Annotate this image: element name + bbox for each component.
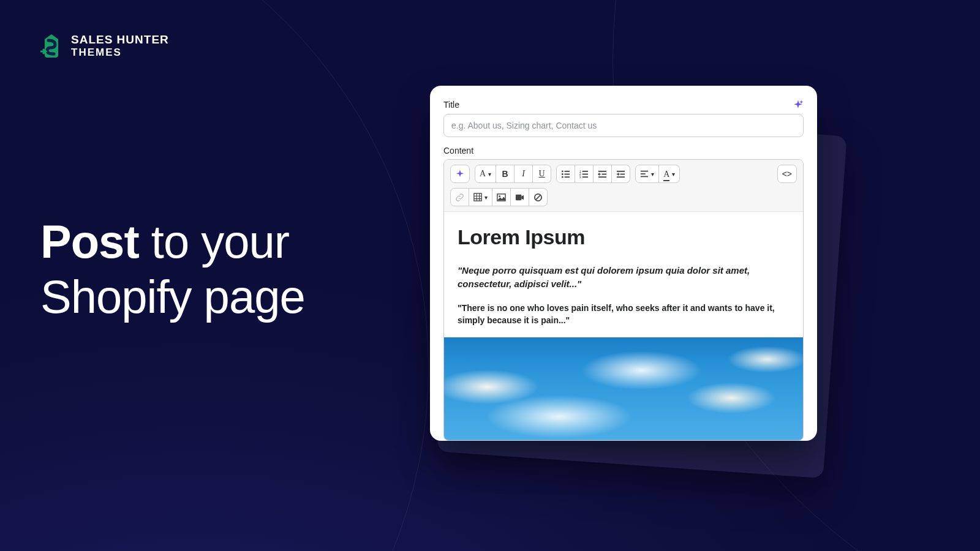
- svg-rect-20: [641, 176, 648, 178]
- svg-rect-5: [565, 176, 570, 178]
- svg-rect-11: [582, 176, 588, 178]
- svg-rect-13: [602, 173, 607, 174]
- svg-point-4: [562, 176, 564, 178]
- svg-rect-3: [565, 173, 570, 174]
- brand-name-line2: THEMES: [71, 47, 169, 59]
- text-align-dropdown[interactable]: ▾: [635, 165, 659, 183]
- svg-point-2: [562, 173, 564, 175]
- svg-point-0: [562, 170, 564, 172]
- font-style-group: A▾ B I U: [475, 165, 551, 183]
- rich-text-editor: A▾ B I U 123: [443, 159, 804, 441]
- ai-sparkle-icon[interactable]: [793, 99, 804, 110]
- marketing-headline: Post to your Shopify page: [40, 214, 305, 324]
- svg-rect-19: [641, 173, 646, 174]
- brand-logo: SALES HUNTER THEMES: [40, 33, 169, 59]
- title-label: Title: [443, 100, 459, 110]
- ai-assist-button[interactable]: [450, 165, 470, 183]
- bullet-list-button[interactable]: [556, 165, 575, 183]
- italic-button[interactable]: I: [514, 165, 533, 183]
- svg-text:3: 3: [579, 176, 581, 179]
- brand-logo-icon: [40, 33, 62, 59]
- document-quote-italic: "Neque porro quisquam est qui dolorem ip…: [458, 264, 790, 291]
- headline-part1: to your: [139, 216, 289, 268]
- svg-rect-15: [617, 170, 625, 171]
- text-color-dropdown[interactable]: A ▾: [659, 165, 680, 183]
- svg-rect-14: [598, 176, 606, 178]
- svg-rect-17: [617, 176, 625, 178]
- editor-card-stack: Title Content A▾ B I U: [430, 86, 821, 441]
- insert-video-button[interactable]: [511, 188, 529, 206]
- indent-button[interactable]: [612, 165, 630, 183]
- svg-line-30: [536, 195, 541, 200]
- outdent-button[interactable]: [594, 165, 612, 183]
- numbered-list-button[interactable]: 123: [575, 165, 594, 183]
- document-quote: "There is no one who loves pain itself, …: [458, 302, 790, 327]
- svg-rect-28: [516, 194, 521, 200]
- brand-name-line1: SALES HUNTER: [71, 33, 169, 47]
- svg-point-27: [499, 195, 500, 197]
- svg-rect-12: [598, 170, 606, 171]
- content-label: Content: [443, 146, 804, 156]
- svg-rect-18: [641, 171, 648, 172]
- insert-image-button[interactable]: [492, 188, 511, 206]
- svg-rect-7: [582, 170, 588, 171]
- document-heading: Lorem Ipsum: [458, 225, 790, 249]
- title-input[interactable]: [443, 114, 804, 137]
- page-editor-card: Title Content A▾ B I U: [430, 86, 817, 441]
- svg-rect-21: [474, 193, 481, 201]
- align-color-group: ▾ A ▾: [635, 165, 680, 183]
- editor-content-area[interactable]: Lorem Ipsum "Neque porro quisquam est qu…: [444, 212, 803, 440]
- svg-rect-1: [565, 170, 570, 171]
- svg-rect-9: [582, 173, 588, 174]
- headline-bold: Post: [40, 216, 139, 268]
- clear-formatting-button[interactable]: [529, 188, 548, 206]
- svg-rect-16: [620, 173, 625, 174]
- font-family-dropdown[interactable]: A▾: [475, 165, 496, 183]
- insert-group: ▾: [450, 188, 548, 206]
- link-button[interactable]: [450, 188, 469, 206]
- list-indent-group: 123: [556, 165, 630, 183]
- bold-button[interactable]: B: [496, 165, 514, 183]
- underline-button[interactable]: U: [533, 165, 551, 183]
- headline-part2: Shopify page: [40, 271, 305, 323]
- table-dropdown[interactable]: ▾: [469, 188, 492, 206]
- editor-toolbar: A▾ B I U 123: [444, 160, 803, 212]
- document-image-sky: [444, 337, 803, 440]
- html-source-button[interactable]: <>: [777, 165, 797, 183]
